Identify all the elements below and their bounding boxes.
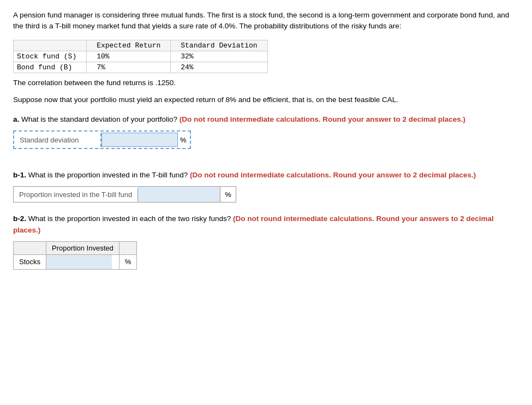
correlation-text: The correlation between the fund returns… bbox=[13, 79, 519, 87]
question-a-label: a. What is the standard deviation of you… bbox=[13, 114, 519, 125]
question-a-instruction: (Do not round intermediate calculations.… bbox=[180, 115, 465, 123]
proportion-table: Proportion Invested Stocks % bbox=[13, 241, 137, 270]
intro-paragraph: A pension fund manager is considering th… bbox=[13, 10, 519, 32]
question-a-input-container: Standard deviation % bbox=[13, 130, 191, 149]
question-b2-section: b-2. What is the proportion invested in … bbox=[13, 213, 519, 270]
tbill-percent: % bbox=[220, 187, 236, 202]
stocks-input-cell bbox=[46, 254, 119, 269]
tbill-input-label: Proportion invested in the T-bill fund bbox=[14, 188, 138, 201]
question-a-text-content: What is the standard deviation of your p… bbox=[21, 115, 177, 123]
question-b2-bold-label: b-2. bbox=[13, 215, 26, 223]
prop-table-header-proportion: Proportion Invested bbox=[46, 241, 119, 254]
table-row-stock: Stock fund (S) 10% 32% bbox=[14, 51, 268, 62]
question-b1-instruction: (Do not round intermediate calculations.… bbox=[190, 171, 476, 179]
bond-std-dev: 24% bbox=[171, 62, 267, 73]
prop-table-header-percent bbox=[119, 241, 137, 254]
stock-expected-return: 10% bbox=[87, 51, 171, 62]
stocks-label: Stocks bbox=[14, 254, 46, 269]
table-header-empty bbox=[14, 40, 87, 51]
std-dev-percent: % bbox=[180, 136, 187, 144]
table-header-expected-return: Expected Return bbox=[87, 40, 171, 51]
bond-fund-label: Bond fund (B) bbox=[14, 62, 87, 73]
table-row-bond: Bond fund (B) 7% 24% bbox=[14, 62, 268, 73]
tbill-proportion-input[interactable] bbox=[138, 187, 220, 202]
stock-fund-label: Stock fund (S) bbox=[14, 51, 87, 62]
question-b2-text-content: What is the proportion invested in each … bbox=[28, 215, 231, 223]
table-row-stocks: Stocks % bbox=[14, 254, 137, 269]
stock-std-dev: 32% bbox=[171, 51, 267, 62]
question-b1-text-content: What is the proportion invested in the T… bbox=[28, 171, 188, 179]
std-dev-input[interactable] bbox=[101, 133, 178, 147]
tbill-input-container: Proportion invested in the T-bill fund % bbox=[13, 186, 236, 202]
table-header-std-dev: Standard Deviation bbox=[171, 40, 267, 51]
std-dev-input-label: Standard deviation bbox=[14, 133, 101, 147]
prop-table-header-empty bbox=[14, 241, 46, 254]
question-a-section: a. What is the standard deviation of you… bbox=[13, 114, 519, 159]
stocks-proportion-input[interactable] bbox=[46, 255, 112, 269]
question-b2-label: b-2. What is the proportion invested in … bbox=[13, 213, 519, 236]
question-b1-section: b-1. What is the proportion invested in … bbox=[13, 170, 519, 202]
question-b1-bold-label: b-1. bbox=[13, 171, 26, 179]
stocks-percent: % bbox=[119, 254, 137, 269]
question-b1-label: b-1. What is the proportion invested in … bbox=[13, 170, 519, 181]
question-a-bold-label: a. bbox=[13, 115, 19, 123]
bond-expected-return: 7% bbox=[87, 62, 171, 73]
fund-data-table: Expected Return Standard Deviation Stock… bbox=[13, 40, 268, 73]
suppose-text: Suppose now that your portfolio must yie… bbox=[13, 94, 519, 105]
